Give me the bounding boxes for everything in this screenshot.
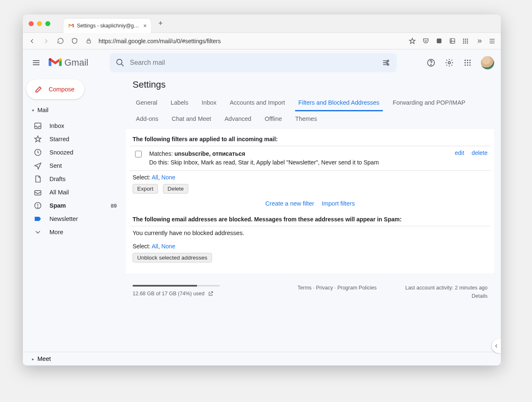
minimize-window-button[interactable] [37, 21, 42, 26]
address-bar[interactable] [99, 38, 403, 44]
lock-icon[interactable] [84, 37, 93, 45]
forward-button[interactable] [42, 37, 50, 45]
compose-button[interactable]: Compose [26, 79, 84, 99]
mail-section-header[interactable]: ▾ Mail [23, 105, 126, 115]
details-link[interactable]: Details [405, 293, 488, 299]
tab-general[interactable]: General [133, 95, 161, 111]
svg-point-20 [467, 60, 468, 61]
import-filters-link[interactable]: Import filters [322, 200, 355, 207]
pocket-icon[interactable] [422, 37, 429, 45]
svg-point-12 [117, 59, 122, 65]
select-all-link[interactable]: All [152, 174, 158, 181]
policies-link[interactable]: Program Policies [337, 285, 377, 291]
external-link-icon[interactable] [208, 291, 214, 297]
account-avatar[interactable] [481, 56, 494, 69]
delete-filter-link[interactable]: delete [472, 150, 488, 156]
footer: 12.68 GB of 17 GB (74%) used Terms · Pri… [126, 273, 494, 299]
browser-tab[interactable]: Settings - skaplichniy@gmail.co × [64, 19, 151, 33]
extension-icon-1[interactable] [435, 37, 443, 45]
tab-filters[interactable]: Filters and Blocked Addresses [295, 95, 383, 111]
select-all-link-2[interactable]: All [152, 243, 158, 250]
terms-link[interactable]: Terms [298, 285, 312, 291]
svg-point-21 [469, 60, 470, 61]
svg-point-17 [431, 64, 431, 65]
tab-advanced[interactable]: Advanced [221, 111, 255, 127]
reload-button[interactable] [56, 37, 64, 45]
sidebar-item-snoozed[interactable]: Snoozed [23, 146, 126, 159]
search-options-icon[interactable] [382, 58, 391, 67]
tab-title: Settings - skaplichniy@gmail.co [77, 23, 141, 29]
svg-point-27 [469, 64, 470, 66]
maximize-window-button[interactable] [45, 21, 50, 26]
svg-point-14 [386, 62, 388, 64]
main-content: Settings General Labels Inbox Accounts a… [126, 76, 501, 352]
support-icon[interactable] [426, 58, 436, 68]
sidebar: Compose ▾ Mail Inbox Starred Snoozed Sen… [23, 76, 126, 352]
storage-text: 12.68 GB of 17 GB (74%) used [133, 291, 204, 297]
tab-chat[interactable]: Chat and Meet [168, 111, 214, 127]
tab-offline[interactable]: Offline [261, 111, 286, 127]
tab-labels[interactable]: Labels [167, 95, 192, 111]
tab-accounts[interactable]: Accounts and Import [227, 95, 288, 111]
select-none-link-2[interactable]: None [161, 243, 175, 250]
filter-checkbox[interactable] [135, 151, 142, 157]
tab-inbox[interactable]: Inbox [198, 95, 219, 111]
gmail-favicon [68, 22, 74, 29]
create-filter-link[interactable]: Create a new filter [265, 200, 314, 207]
svg-rect-3 [463, 39, 464, 40]
gmail-logo[interactable]: Gmail [49, 57, 88, 68]
extension-icon-2[interactable] [448, 37, 456, 45]
dothis-value: Skip Inbox, Mark as read, Star it, Apply… [170, 159, 379, 166]
sidebar-item-spam[interactable]: Spam89 [23, 199, 126, 212]
tab-themes[interactable]: Themes [292, 111, 320, 127]
file-icon [34, 175, 42, 183]
tab-addons[interactable]: Add-ons [133, 111, 162, 127]
new-tab-button[interactable]: + [158, 19, 163, 28]
privacy-link[interactable]: Privacy [316, 285, 333, 291]
sidebar-item-sent[interactable]: Sent [23, 159, 126, 172]
select-none-link[interactable]: None [161, 174, 175, 181]
blocked-heading: The following email addresses are blocke… [129, 213, 491, 226]
bookmark-star-icon[interactable] [409, 37, 416, 45]
star-icon [34, 135, 42, 143]
delete-button[interactable]: Delete [163, 184, 188, 194]
shield-icon[interactable] [70, 37, 79, 45]
clock-icon [34, 148, 42, 157]
search-bar[interactable] [110, 53, 397, 72]
hamburger-menu-icon[interactable] [488, 37, 496, 45]
svg-rect-9 [463, 42, 464, 44]
svg-rect-1 [436, 39, 441, 43]
sidebar-item-drafts[interactable]: Drafts [23, 172, 126, 186]
page-title: Settings [126, 76, 494, 95]
apps-grid-icon[interactable] [462, 37, 469, 45]
main-menu-icon[interactable] [31, 58, 41, 68]
app-name: Gmail [64, 57, 88, 68]
storage-bar [133, 285, 220, 287]
chevron-down-icon: ▾ [32, 108, 34, 113]
stack-icon [34, 188, 42, 196]
sidebar-item-more[interactable]: More [23, 226, 126, 239]
search-icon [116, 58, 125, 67]
sidebar-item-newsletter[interactable]: Newsletter [23, 212, 126, 226]
export-button[interactable]: Export [133, 184, 158, 194]
close-tab-icon[interactable]: × [143, 22, 147, 29]
close-window-button[interactable] [29, 21, 34, 26]
sidebar-item-allmail[interactable]: All Mail [23, 186, 126, 199]
activity-text: Last account activity: 2 minutes ago [405, 285, 488, 291]
settings-gear-icon[interactable] [444, 58, 454, 68]
search-input[interactable] [130, 59, 377, 66]
back-button[interactable] [28, 37, 36, 45]
chevron-right-icon: ▸ [32, 357, 34, 361]
overflow-icon[interactable] [475, 37, 483, 45]
sidebar-item-starred[interactable]: Starred [23, 132, 126, 146]
unblock-button[interactable]: Unblock selected addresses [133, 253, 212, 262]
edit-filter-link[interactable]: edit [455, 150, 464, 156]
spam-icon [34, 201, 42, 210]
meet-section-header[interactable]: ▸ Meet [23, 352, 501, 365]
matches-value: unsubscribe, отписаться [175, 150, 245, 157]
send-icon [34, 162, 42, 170]
pencil-icon [34, 85, 43, 93]
google-apps-icon[interactable] [463, 58, 473, 68]
sidebar-item-inbox[interactable]: Inbox [23, 119, 126, 132]
tab-forwarding[interactable]: Forwarding and POP/IMAP [389, 95, 469, 111]
